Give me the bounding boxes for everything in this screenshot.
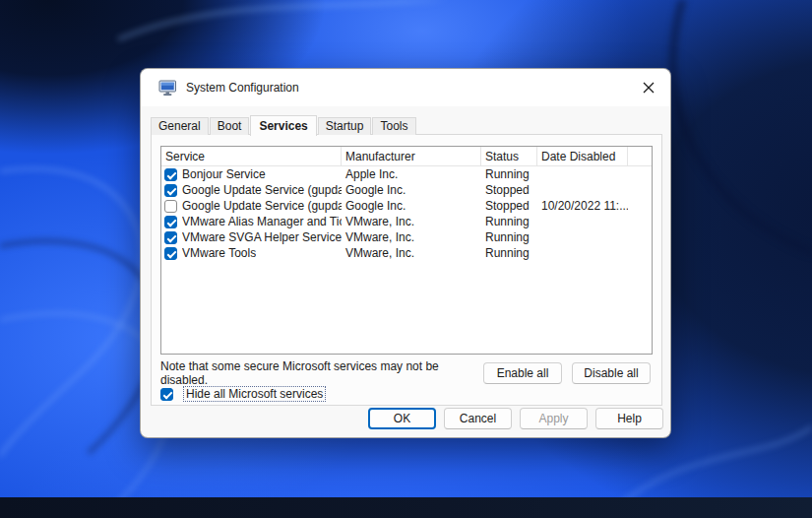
tab-startup[interactable]: Startup bbox=[318, 117, 372, 135]
column-header-service[interactable]: Service bbox=[161, 147, 342, 165]
taskbar bbox=[0, 497, 812, 518]
services-table-header: Service Manufacturer Status Date Disable… bbox=[161, 147, 652, 166]
service-row[interactable]: Google Update Service (gupdate) Google I… bbox=[161, 182, 652, 198]
tab-tools[interactable]: Tools bbox=[372, 117, 415, 135]
service-checkbox[interactable] bbox=[164, 231, 177, 244]
note-text: Note that some secure Microsoft services… bbox=[160, 359, 483, 387]
service-checkbox[interactable] bbox=[164, 216, 177, 228]
ok-button[interactable]: OK bbox=[368, 408, 436, 429]
service-row[interactable]: VMware SVGA Helper Service VMware, Inc. … bbox=[161, 229, 652, 245]
hide-all-microsoft-services-checkbox[interactable] bbox=[160, 388, 173, 401]
service-manufacturer: VMware, Inc. bbox=[342, 215, 481, 228]
service-checkbox[interactable] bbox=[164, 247, 177, 260]
desktop-wallpaper: System Configuration General Boot Servic… bbox=[0, 0, 812, 518]
hide-all-microsoft-services-label[interactable]: Hide all Microsoft services bbox=[183, 386, 326, 402]
column-header-status[interactable]: Status bbox=[481, 147, 537, 165]
service-name: VMware SVGA Helper Service bbox=[182, 230, 342, 244]
hide-all-microsoft-services-row: Hide all Microsoft services bbox=[160, 385, 326, 403]
tab-general[interactable]: General bbox=[151, 117, 209, 135]
cancel-button[interactable]: Cancel bbox=[444, 408, 512, 429]
service-status: Running bbox=[481, 246, 537, 260]
system-configuration-icon bbox=[158, 80, 177, 97]
tab-services[interactable]: Services bbox=[250, 115, 316, 136]
services-tab-page: Service Manufacturer Status Date Disable… bbox=[151, 134, 662, 406]
system-configuration-window: System Configuration General Boot Servic… bbox=[140, 68, 671, 438]
service-status: Running bbox=[481, 215, 537, 228]
close-button[interactable] bbox=[626, 69, 670, 106]
service-name: Google Update Service (gupdate) bbox=[182, 183, 342, 197]
service-checkbox[interactable] bbox=[164, 168, 177, 181]
column-header-manufacturer[interactable]: Manufacturer bbox=[342, 147, 481, 165]
service-status: Stopped bbox=[481, 199, 537, 213]
service-name: VMware Tools bbox=[182, 246, 256, 260]
tab-strip: General Boot Services Startup Tools bbox=[151, 114, 417, 135]
service-row[interactable]: Google Update Service (gupdatem) Google … bbox=[161, 198, 652, 214]
enable-all-button[interactable]: Enable all bbox=[483, 362, 562, 384]
dialog-button-row: OK Cancel Apply Help bbox=[368, 408, 663, 429]
help-button[interactable]: Help bbox=[595, 408, 663, 429]
service-manufacturer: VMware, Inc. bbox=[342, 246, 481, 260]
service-manufacturer: Google Inc. bbox=[342, 183, 481, 197]
apply-button[interactable]: Apply bbox=[520, 408, 588, 429]
service-date-disabled: 10/20/2022 11:... bbox=[537, 199, 628, 213]
service-status: Running bbox=[481, 167, 537, 181]
close-icon bbox=[643, 82, 655, 94]
service-row[interactable]: VMware Alias Manager and Ticke... VMware… bbox=[161, 214, 652, 229]
column-header-date-disabled[interactable]: Date Disabled bbox=[537, 147, 628, 165]
service-checkbox[interactable] bbox=[164, 200, 177, 213]
disable-all-button[interactable]: Disable all bbox=[572, 362, 651, 384]
column-header-filler bbox=[628, 147, 652, 165]
title-bar[interactable]: System Configuration bbox=[141, 69, 670, 106]
window-title: System Configuration bbox=[186, 81, 299, 95]
service-status: Running bbox=[481, 230, 537, 244]
service-manufacturer: VMware, Inc. bbox=[342, 230, 481, 244]
service-name: Google Update Service (gupdatem) bbox=[182, 199, 342, 213]
note-row: Note that some secure Microsoft services… bbox=[160, 362, 651, 383]
service-manufacturer: Apple Inc. bbox=[342, 167, 481, 181]
service-manufacturer: Google Inc. bbox=[342, 199, 481, 213]
service-checkbox[interactable] bbox=[164, 184, 177, 197]
tab-boot[interactable]: Boot bbox=[210, 117, 250, 135]
service-status: Stopped bbox=[481, 183, 537, 197]
services-table: Service Manufacturer Status Date Disable… bbox=[160, 146, 653, 355]
service-row[interactable]: Bonjour Service Apple Inc. Running bbox=[161, 166, 652, 182]
service-name: Bonjour Service bbox=[182, 167, 266, 181]
service-name: VMware Alias Manager and Ticke... bbox=[182, 215, 342, 228]
service-row[interactable]: VMware Tools VMware, Inc. Running bbox=[161, 245, 652, 261]
